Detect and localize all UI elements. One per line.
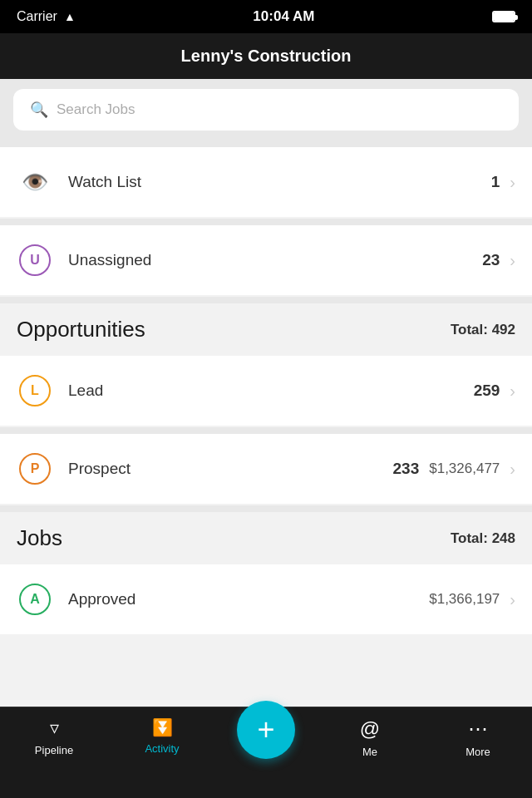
lead-icon: L <box>19 375 51 406</box>
watchlist-chevron: › <box>510 173 515 192</box>
approved-amount: $1,366,197 <box>429 591 500 608</box>
approved-item[interactable]: A Approved $1,366,197 › <box>0 564 532 634</box>
page-title: Lenny's Construction <box>181 47 352 65</box>
unassigned-chevron: › <box>510 251 515 270</box>
pipeline-icon: ▿ <box>50 717 59 739</box>
jobs-section-header: Jobs Total: 248 <box>0 512 532 564</box>
opportunities-section-header: Opportunities Total: 492 <box>0 303 532 356</box>
watchlist-count: 1 <box>491 173 500 191</box>
lead-count: 259 <box>474 382 500 400</box>
add-icon: + <box>257 712 274 747</box>
nav-header: Lenny's Construction <box>0 33 532 79</box>
approved-icon-wrapper: A <box>17 581 53 618</box>
jobs-title: Jobs <box>17 525 62 551</box>
time-label: 10:04 AM <box>253 8 314 25</box>
more-icon: ⋯ <box>468 717 488 741</box>
wifi-icon: ▲ <box>64 10 76 23</box>
watchlist-icon: 👁️ <box>17 164 53 200</box>
search-container: 🔍 Search Jobs <box>0 79 532 140</box>
lead-item[interactable]: L Lead 259 › <box>0 356 532 426</box>
carrier-label: Carrier <box>17 9 57 24</box>
lead-chevron: › <box>510 382 515 401</box>
unassigned-icon-wrapper: U <box>17 242 53 278</box>
lead-label: Lead <box>68 382 474 400</box>
approved-chevron: › <box>510 590 515 609</box>
prospect-chevron: › <box>510 460 515 479</box>
unassigned-label: Unassigned <box>68 251 482 269</box>
status-bar: Carrier ▲ 10:04 AM <box>0 0 532 33</box>
lead-section: L Lead 259 › <box>0 356 532 426</box>
unassigned-item[interactable]: U Unassigned 23 › <box>0 225 532 295</box>
nav-activity[interactable]: ⏬ Activity <box>129 717 195 755</box>
me-label: Me <box>362 746 377 758</box>
watchlist-section: 👁️ Watch List 1 › <box>0 147 532 217</box>
prospect-label: Prospect <box>68 460 393 478</box>
prospect-icon-wrapper: P <box>17 451 53 487</box>
watchlist-label: Watch List <box>68 173 491 191</box>
prospect-amount: $1,326,477 <box>429 461 500 477</box>
prospect-item[interactable]: P Prospect 233 $1,326,477 › <box>0 434 532 504</box>
approved-label: Approved <box>68 590 429 608</box>
prospect-section: P Prospect 233 $1,326,477 › <box>0 434 532 504</box>
binoculars-icon: 👁️ <box>22 170 48 195</box>
bottom-nav: ▿ Pipeline ⏬ Activity + @ Me ⋯ More <box>0 707 532 798</box>
search-icon: 🔍 <box>30 101 48 119</box>
jobs-total: Total: 248 <box>451 530 515 547</box>
search-placeholder: Search Jobs <box>57 101 135 118</box>
nav-pipeline[interactable]: ▿ Pipeline <box>21 717 87 756</box>
activity-label: Activity <box>145 742 179 755</box>
opportunities-title: Opportunities <box>17 317 145 342</box>
unassigned-count: 23 <box>482 251 500 269</box>
nav-me[interactable]: @ Me <box>337 717 403 758</box>
approved-icon: A <box>19 584 51 615</box>
watchlist-item[interactable]: 👁️ Watch List 1 › <box>0 147 532 217</box>
unassigned-section: U Unassigned 23 › <box>0 225 532 295</box>
approved-section: A Approved $1,366,197 › <box>0 564 532 634</box>
prospect-icon: P <box>19 453 51 485</box>
nav-more[interactable]: ⋯ More <box>445 717 511 758</box>
prospect-count: 233 <box>393 460 420 478</box>
opportunities-total: Total: 492 <box>451 322 515 338</box>
pipeline-label: Pipeline <box>35 744 73 756</box>
battery-icon <box>492 11 515 22</box>
add-button[interactable]: + <box>237 701 295 759</box>
lead-icon-wrapper: L <box>17 372 53 409</box>
me-icon: @ <box>360 717 380 741</box>
activity-icon: ⏬ <box>152 717 173 737</box>
search-bar[interactable]: 🔍 Search Jobs <box>13 89 519 131</box>
more-label: More <box>466 746 490 758</box>
unassigned-icon: U <box>19 244 51 276</box>
